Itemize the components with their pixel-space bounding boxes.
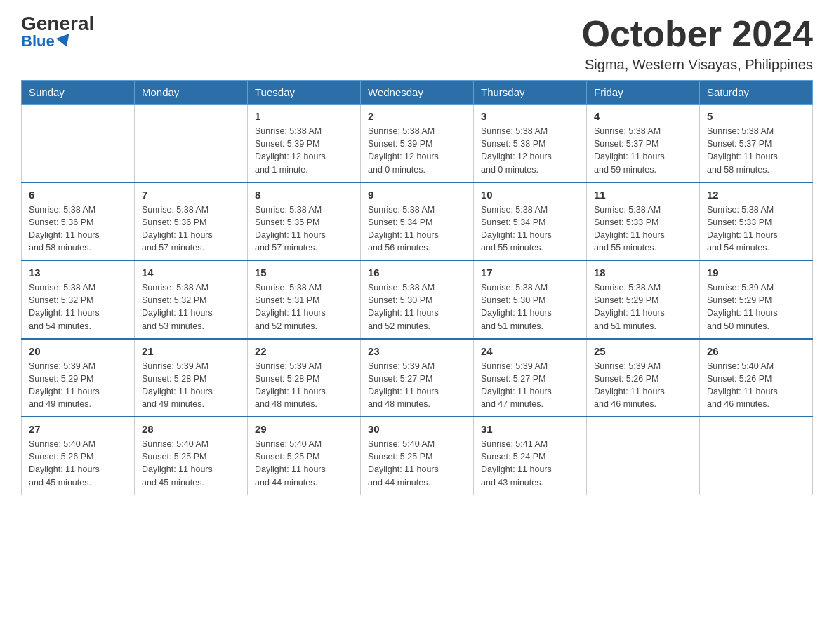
day-number: 22 [255,345,353,357]
calendar-header-sunday: Sunday [22,81,135,105]
day-number: 1 [255,110,353,122]
day-info: Sunrise: 5:38 AMSunset: 5:30 PMDaylight:… [368,281,466,333]
day-info: Sunrise: 5:38 AMSunset: 5:35 PMDaylight:… [255,203,353,255]
calendar-day-8: 8Sunrise: 5:38 AMSunset: 5:35 PMDaylight… [248,182,361,261]
day-number: 29 [255,423,353,435]
calendar-header-thursday: Thursday [474,81,587,105]
day-number: 21 [142,345,240,357]
day-number: 7 [142,189,240,201]
day-info: Sunrise: 5:38 AMSunset: 5:33 PMDaylight:… [594,203,692,255]
day-number: 18 [594,267,692,279]
day-info: Sunrise: 5:38 AMSunset: 5:34 PMDaylight:… [481,203,579,255]
calendar-week-row: 6Sunrise: 5:38 AMSunset: 5:36 PMDaylight… [22,182,813,261]
calendar-day-1: 1Sunrise: 5:38 AMSunset: 5:39 PMDaylight… [248,105,361,182]
day-number: 17 [481,267,579,279]
calendar-header-tuesday: Tuesday [248,81,361,105]
calendar-day-23: 23Sunrise: 5:39 AMSunset: 5:27 PMDayligh… [361,339,474,417]
calendar-day-5: 5Sunrise: 5:38 AMSunset: 5:37 PMDaylight… [700,105,813,182]
day-number: 6 [29,189,127,201]
day-number: 9 [368,189,466,201]
calendar-day-3: 3Sunrise: 5:38 AMSunset: 5:38 PMDaylight… [474,105,587,182]
calendar-day-28: 28Sunrise: 5:40 AMSunset: 5:25 PMDayligh… [135,417,248,495]
day-info: Sunrise: 5:38 AMSunset: 5:30 PMDaylight:… [481,281,579,333]
calendar-day-30: 30Sunrise: 5:40 AMSunset: 5:25 PMDayligh… [361,417,474,495]
calendar-empty-cell [587,417,700,495]
day-info: Sunrise: 5:38 AMSunset: 5:39 PMDaylight:… [368,125,466,176]
calendar-day-4: 4Sunrise: 5:38 AMSunset: 5:37 PMDaylight… [587,105,700,182]
day-info: Sunrise: 5:39 AMSunset: 5:28 PMDaylight:… [142,360,240,411]
calendar-day-13: 13Sunrise: 5:38 AMSunset: 5:32 PMDayligh… [22,260,135,339]
day-number: 2 [368,110,466,122]
day-info: Sunrise: 5:38 AMSunset: 5:34 PMDaylight:… [368,203,466,255]
calendar-week-row: 1Sunrise: 5:38 AMSunset: 5:39 PMDaylight… [22,105,813,182]
day-info: Sunrise: 5:38 AMSunset: 5:29 PMDaylight:… [594,281,692,333]
day-info: Sunrise: 5:39 AMSunset: 5:27 PMDaylight:… [481,360,579,411]
calendar-day-18: 18Sunrise: 5:38 AMSunset: 5:29 PMDayligh… [587,260,700,339]
calendar-day-9: 9Sunrise: 5:38 AMSunset: 5:34 PMDaylight… [361,182,474,261]
day-info: Sunrise: 5:38 AMSunset: 5:37 PMDaylight:… [594,125,692,176]
day-number: 14 [142,267,240,279]
day-info: Sunrise: 5:40 AMSunset: 5:25 PMDaylight:… [368,438,466,489]
calendar-day-10: 10Sunrise: 5:38 AMSunset: 5:34 PMDayligh… [474,182,587,261]
logo: General Blue [21,14,94,49]
calendar-header-friday: Friday [587,81,700,105]
day-info: Sunrise: 5:39 AMSunset: 5:28 PMDaylight:… [255,360,353,411]
day-info: Sunrise: 5:40 AMSunset: 5:25 PMDaylight:… [142,438,240,489]
calendar-day-17: 17Sunrise: 5:38 AMSunset: 5:30 PMDayligh… [474,260,587,339]
month-title: October 2024 [582,14,814,54]
day-number: 25 [594,345,692,357]
day-info: Sunrise: 5:40 AMSunset: 5:26 PMDaylight:… [29,438,127,489]
calendar-day-15: 15Sunrise: 5:38 AMSunset: 5:31 PMDayligh… [248,260,361,339]
day-info: Sunrise: 5:38 AMSunset: 5:36 PMDaylight:… [142,203,240,255]
calendar-day-31: 31Sunrise: 5:41 AMSunset: 5:24 PMDayligh… [474,417,587,495]
calendar-week-row: 27Sunrise: 5:40 AMSunset: 5:26 PMDayligh… [22,417,813,495]
calendar-header-wednesday: Wednesday [361,81,474,105]
calendar-day-12: 12Sunrise: 5:38 AMSunset: 5:33 PMDayligh… [700,182,813,261]
calendar-day-11: 11Sunrise: 5:38 AMSunset: 5:33 PMDayligh… [587,182,700,261]
calendar-week-row: 13Sunrise: 5:38 AMSunset: 5:32 PMDayligh… [22,260,813,339]
calendar-empty-cell [22,105,135,182]
calendar-day-25: 25Sunrise: 5:39 AMSunset: 5:26 PMDayligh… [587,339,700,417]
day-number: 28 [142,423,240,435]
day-number: 24 [481,345,579,357]
day-info: Sunrise: 5:38 AMSunset: 5:33 PMDaylight:… [707,203,805,255]
day-number: 27 [29,423,127,435]
location-subtitle: Sigma, Western Visayas, Philippines [582,57,814,73]
calendar-day-7: 7Sunrise: 5:38 AMSunset: 5:36 PMDaylight… [135,182,248,261]
day-info: Sunrise: 5:38 AMSunset: 5:32 PMDaylight:… [142,281,240,333]
calendar-day-20: 20Sunrise: 5:39 AMSunset: 5:29 PMDayligh… [22,339,135,417]
day-number: 16 [368,267,466,279]
title-block: October 2024 Sigma, Western Visayas, Phi… [582,14,814,73]
calendar-day-22: 22Sunrise: 5:39 AMSunset: 5:28 PMDayligh… [248,339,361,417]
calendar-day-19: 19Sunrise: 5:39 AMSunset: 5:29 PMDayligh… [700,260,813,339]
day-info: Sunrise: 5:38 AMSunset: 5:37 PMDaylight:… [707,125,805,176]
day-number: 31 [481,423,579,435]
day-info: Sunrise: 5:38 AMSunset: 5:38 PMDaylight:… [481,125,579,176]
day-number: 20 [29,345,127,357]
day-info: Sunrise: 5:39 AMSunset: 5:29 PMDaylight:… [707,281,805,333]
day-number: 26 [707,345,805,357]
day-info: Sunrise: 5:40 AMSunset: 5:25 PMDaylight:… [255,438,353,489]
calendar-day-14: 14Sunrise: 5:38 AMSunset: 5:32 PMDayligh… [135,260,248,339]
calendar-day-6: 6Sunrise: 5:38 AMSunset: 5:36 PMDaylight… [22,182,135,261]
day-number: 15 [255,267,353,279]
calendar-day-29: 29Sunrise: 5:40 AMSunset: 5:25 PMDayligh… [248,417,361,495]
page-header: General Blue October 2024 Sigma, Western… [21,14,813,73]
calendar-day-24: 24Sunrise: 5:39 AMSunset: 5:27 PMDayligh… [474,339,587,417]
calendar-header-row: SundayMondayTuesdayWednesdayThursdayFrid… [22,81,813,105]
day-number: 13 [29,267,127,279]
calendar-table: SundayMondayTuesdayWednesdayThursdayFrid… [21,80,813,495]
calendar-day-27: 27Sunrise: 5:40 AMSunset: 5:26 PMDayligh… [22,417,135,495]
day-info: Sunrise: 5:38 AMSunset: 5:39 PMDaylight:… [255,125,353,176]
calendar-day-21: 21Sunrise: 5:39 AMSunset: 5:28 PMDayligh… [135,339,248,417]
day-info: Sunrise: 5:41 AMSunset: 5:24 PMDaylight:… [481,438,579,489]
calendar-week-row: 20Sunrise: 5:39 AMSunset: 5:29 PMDayligh… [22,339,813,417]
calendar-day-16: 16Sunrise: 5:38 AMSunset: 5:30 PMDayligh… [361,260,474,339]
day-number: 30 [368,423,466,435]
day-info: Sunrise: 5:38 AMSunset: 5:32 PMDaylight:… [29,281,127,333]
calendar-day-26: 26Sunrise: 5:40 AMSunset: 5:26 PMDayligh… [700,339,813,417]
day-number: 4 [594,110,692,122]
day-info: Sunrise: 5:38 AMSunset: 5:36 PMDaylight:… [29,203,127,255]
day-info: Sunrise: 5:38 AMSunset: 5:31 PMDaylight:… [255,281,353,333]
day-number: 12 [707,189,805,201]
